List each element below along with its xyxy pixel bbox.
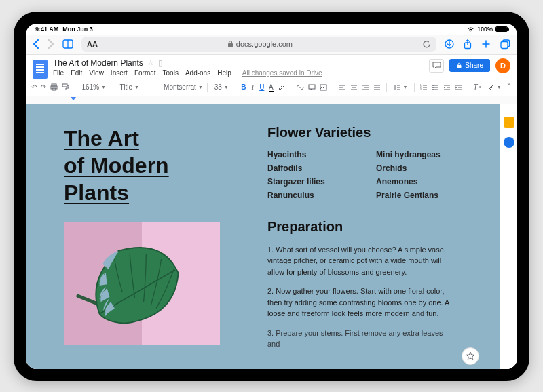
document-image[interactable] (64, 222, 220, 345)
paragraph: 3. Prepare your stems. First remove any … (267, 328, 451, 350)
varieties-list[interactable]: Hyacinths Mini hydrangeas Daffodils Orch… (267, 150, 472, 200)
svg-rect-12 (309, 85, 315, 89)
ipad-device-frame: 9:41 AM Mon Jun 3 100% AA docs.google.co… (14, 12, 529, 381)
numbered-list-button[interactable]: 123 (420, 84, 428, 91)
new-tab-button[interactable] (481, 39, 491, 49)
underline-button[interactable]: U (259, 83, 264, 91)
list-item: Prairie Gentians (376, 191, 472, 200)
paragraph: 1. What sort of vessel will you choose? … (267, 244, 451, 278)
redo-button[interactable]: ↷ (41, 83, 46, 91)
star-button[interactable]: ☆ (147, 58, 154, 67)
account-avatar[interactable]: D (495, 58, 510, 73)
docs-logo-icon[interactable] (33, 60, 48, 79)
bold-button[interactable]: B (241, 83, 246, 91)
battery-percent: 100% (477, 26, 493, 33)
italic-button[interactable]: I (250, 83, 255, 91)
font-select[interactable]: Montserrat▼ (162, 83, 202, 91)
url-text: docs.google.com (236, 40, 293, 48)
document-page[interactable]: The Art of Modern Plants (26, 104, 500, 369)
page-title[interactable]: The Art of Modern Plants (64, 125, 240, 206)
leaf-illustration (80, 241, 182, 330)
forward-button[interactable] (48, 39, 54, 49)
indent-decrease-button[interactable] (443, 84, 451, 91)
svg-point-19 (432, 89, 434, 90)
menu-insert[interactable]: Insert (111, 69, 128, 77)
indent-increase-button[interactable] (455, 84, 462, 91)
line-spacing-button[interactable]: ▼ (392, 84, 409, 91)
comment-history-button[interactable] (429, 59, 444, 73)
highlight-button[interactable] (278, 83, 285, 91)
menu-addons[interactable]: Add-ons (185, 69, 210, 77)
tasks-sidebar-button[interactable] (504, 137, 514, 148)
menu-file[interactable]: File (53, 69, 64, 77)
menu-edit[interactable]: Edit (71, 69, 82, 77)
menu-help[interactable]: Help (217, 69, 231, 77)
ruler-indent-marker[interactable] (71, 97, 76, 100)
align-left-button[interactable] (339, 84, 346, 91)
paragraph: 2. Now gather your flowers. Start with o… (267, 286, 451, 319)
undo-button[interactable]: ↶ (31, 83, 37, 91)
heading-preparation[interactable]: Preparation (267, 219, 472, 235)
bookmarks-button[interactable] (62, 39, 73, 49)
menu-tools[interactable]: Tools (163, 69, 179, 77)
share-button[interactable] (464, 39, 472, 50)
share-label: Share (465, 62, 483, 69)
ruler[interactable] (26, 96, 517, 104)
list-item: Hyacinths (267, 150, 364, 159)
paint-format-button[interactable] (62, 83, 69, 91)
back-button[interactable] (33, 39, 39, 49)
style-select[interactable]: Title▼ (119, 83, 151, 91)
align-center-button[interactable] (350, 84, 358, 91)
lock-icon (227, 41, 233, 47)
screen: 9:41 AM Mon Jun 3 100% AA docs.google.co… (26, 24, 517, 369)
svg-point-18 (432, 87, 434, 88)
list-item: Anemones (376, 177, 472, 187)
hide-menus-button[interactable]: ˆ (507, 83, 512, 91)
status-date: Mon Jun 3 (62, 26, 93, 33)
list-item: Mini hydrangeas (376, 150, 472, 159)
status-bar: 9:41 AM Mon Jun 3 100% (26, 24, 517, 35)
image-button[interactable] (320, 84, 327, 91)
explore-button[interactable] (462, 347, 479, 365)
move-folder-button[interactable]: ▯ (158, 58, 163, 68)
comment-button[interactable] (308, 84, 316, 91)
status-time: 9:41 AM (35, 26, 58, 33)
side-panel (500, 104, 517, 369)
menu-view[interactable]: View (89, 69, 104, 77)
menu-bar: File Edit View Insert Format Tools Add-o… (53, 69, 322, 77)
heading-flower-varieties[interactable]: Flower Varieties (267, 125, 472, 140)
reload-button[interactable] (422, 40, 431, 49)
svg-point-17 (432, 85, 434, 86)
keep-sidebar-button[interactable] (504, 117, 514, 128)
battery-icon (495, 26, 508, 32)
align-right-button[interactable] (362, 84, 369, 91)
svg-rect-11 (62, 84, 67, 87)
menu-format[interactable]: Format (134, 69, 156, 77)
text-size-button[interactable]: AA (87, 40, 98, 48)
font-size-select[interactable]: 33▼ (213, 83, 230, 91)
text-color-button[interactable]: A (269, 83, 274, 91)
align-justify-button[interactable] (373, 84, 381, 91)
list-item: Ranunculus (267, 191, 364, 200)
link-button[interactable] (296, 84, 304, 91)
save-status[interactable]: All changes saved in Drive (242, 69, 322, 77)
print-button[interactable] (50, 83, 58, 91)
docs-header: The Art of Modern Plants ☆ ▯ File Edit V… (26, 55, 517, 79)
document-title[interactable]: The Art of Modern Plants (53, 58, 143, 68)
clear-formatting-button[interactable]: T✕ (474, 83, 482, 91)
svg-rect-6 (501, 41, 508, 48)
list-item: Stargazer lilies (267, 177, 364, 187)
tabs-button[interactable] (500, 39, 510, 50)
list-item: Daffodils (267, 163, 364, 173)
preparation-text[interactable]: 1. What sort of vessel will you choose? … (267, 244, 472, 350)
document-area: The Art of Modern Plants (26, 104, 517, 369)
download-button[interactable] (445, 39, 454, 49)
share-document-button[interactable]: Share (449, 59, 490, 72)
lock-icon (456, 62, 462, 68)
editing-mode-button[interactable]: ▼ (486, 83, 503, 91)
list-item: Orchids (376, 163, 472, 173)
svg-rect-2 (228, 43, 233, 47)
bulleted-list-button[interactable] (432, 84, 439, 91)
url-bar[interactable]: AA docs.google.com (81, 37, 436, 52)
zoom-select[interactable]: 161%▼ (81, 83, 108, 91)
